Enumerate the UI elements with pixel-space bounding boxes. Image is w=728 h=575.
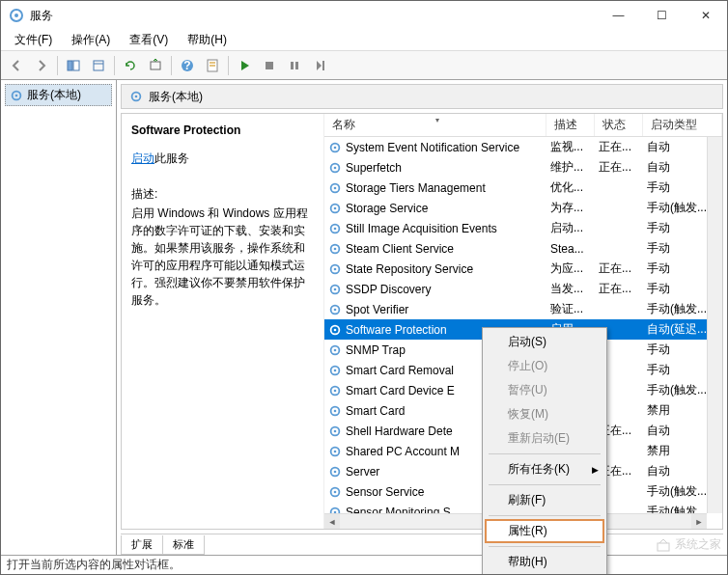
service-desc: 维护... xyxy=(546,159,595,176)
svg-point-51 xyxy=(334,450,337,452)
service-status: 正在... xyxy=(595,139,643,155)
context-start[interactable]: 启动(S) xyxy=(485,330,604,354)
gear-icon xyxy=(328,384,342,397)
statusbar-text: 打开当前所选内容的属性对话框。 xyxy=(7,557,181,573)
gear-icon xyxy=(328,465,342,479)
export-button[interactable] xyxy=(144,54,167,77)
column-startup-type[interactable]: 启动类型 xyxy=(643,114,722,136)
gear-icon xyxy=(328,161,342,175)
service-desc: 当发... xyxy=(546,281,595,297)
tree-pane: 服务(本地) xyxy=(1,80,117,555)
service-status: 正在... xyxy=(595,281,643,297)
gear-icon xyxy=(328,181,342,195)
table-row[interactable]: SSDP Discovery当发...正在...手动 xyxy=(324,279,722,299)
svg-point-27 xyxy=(334,206,337,209)
svg-point-37 xyxy=(334,308,337,311)
table-row[interactable]: System Event Notification Service监视...正在… xyxy=(324,137,722,157)
svg-point-19 xyxy=(135,96,138,98)
list-header: 名称▾ 描述 状态 启动类型 xyxy=(324,114,722,137)
service-desc: 为存... xyxy=(546,200,595,216)
column-description[interactable]: 描述 xyxy=(546,114,595,136)
description-text: 启用 Windows 和 Windows 应用程序的数字许可证的下载、安装和实施… xyxy=(131,205,314,309)
svg-point-39 xyxy=(334,328,337,331)
description-label: 描述: xyxy=(131,186,314,203)
service-name: Storage Service xyxy=(346,202,428,215)
svg-rect-3 xyxy=(73,61,79,70)
menu-view[interactable]: 查看(V) xyxy=(122,30,176,50)
tab-standard[interactable]: 标准 xyxy=(162,535,205,555)
menu-action[interactable]: 操作(A) xyxy=(64,30,118,50)
table-row[interactable]: Still Image Acquisition Events启动...手动 xyxy=(324,218,722,238)
watermark: 系统之家 xyxy=(656,536,721,553)
service-desc: 为应... xyxy=(546,260,595,277)
menu-file[interactable]: 文件(F) xyxy=(7,30,60,50)
svg-point-45 xyxy=(334,389,337,392)
refresh-button[interactable] xyxy=(119,54,142,77)
svg-rect-13 xyxy=(291,62,294,69)
selected-service-title: Software Protection xyxy=(131,123,314,137)
table-row[interactable]: Storage Service为存...手动(触发... xyxy=(324,198,722,218)
svg-point-25 xyxy=(334,186,337,189)
service-desc: Stea... xyxy=(546,242,595,256)
service-name: Shared PC Account M xyxy=(346,445,460,458)
svg-rect-6 xyxy=(151,62,160,69)
help-button[interactable]: ? xyxy=(176,54,199,77)
svg-point-53 xyxy=(334,470,337,473)
menu-help[interactable]: 帮助(H) xyxy=(180,30,235,50)
maximize-button[interactable]: ☐ xyxy=(640,1,684,30)
svg-rect-14 xyxy=(295,62,298,69)
menu-separator xyxy=(489,484,601,485)
watermark-text: 系统之家 xyxy=(675,536,721,553)
context-properties[interactable]: 属性(R) xyxy=(485,519,604,543)
context-stop: 停止(O) xyxy=(485,354,604,378)
start-service-button[interactable] xyxy=(233,54,256,77)
start-service-link[interactable]: 启动 xyxy=(131,151,154,165)
gear-icon xyxy=(328,343,342,357)
gear-icon xyxy=(328,404,342,418)
column-status[interactable]: 状态 xyxy=(595,114,643,136)
scroll-right-icon[interactable]: ► xyxy=(691,514,707,529)
show-hide-tree-button[interactable] xyxy=(62,54,85,77)
context-resume: 恢复(M) xyxy=(485,402,604,426)
context-restart: 重新启动(E) xyxy=(485,426,604,451)
scroll-left-icon[interactable]: ◄ xyxy=(324,514,340,529)
table-row[interactable]: Spot Verifier验证...手动(触发... xyxy=(324,299,722,319)
pane-header-title: 服务(本地) xyxy=(149,89,203,105)
svg-point-17 xyxy=(15,94,18,96)
properties-button[interactable] xyxy=(201,54,224,77)
toolbar: ? xyxy=(1,51,727,80)
service-status: 正在... xyxy=(595,159,643,176)
statusbar: 打开当前所选内容的属性对话框。 xyxy=(1,555,727,574)
svg-point-47 xyxy=(334,409,337,412)
table-row[interactable]: Steam Client ServiceStea...手动 xyxy=(324,238,722,259)
submenu-arrow-icon: ▶ xyxy=(592,465,599,475)
forward-button[interactable] xyxy=(30,54,53,77)
export-list-button[interactable] xyxy=(87,54,110,77)
close-button[interactable]: ✕ xyxy=(684,1,727,30)
back-button[interactable] xyxy=(5,54,28,77)
right-pane: 服务(本地) Software Protection 启动此服务 描述: 启用 … xyxy=(117,80,727,555)
service-name: Steam Client Service xyxy=(346,242,454,256)
svg-point-33 xyxy=(334,267,337,270)
gear-icon xyxy=(328,303,342,316)
tree-root-services[interactable]: 服务(本地) xyxy=(5,84,112,106)
column-name[interactable]: 名称▾ xyxy=(324,114,546,136)
table-row[interactable]: Superfetch维护...正在...自动 xyxy=(324,157,722,178)
titlebar: 服务 — ☐ ✕ xyxy=(1,1,727,30)
context-all-tasks[interactable]: 所有任务(K)▶ xyxy=(485,457,604,481)
minimize-button[interactable]: — xyxy=(597,1,640,30)
service-name: Server xyxy=(346,465,379,479)
service-desc: 监视... xyxy=(546,139,595,155)
table-row[interactable]: State Repository Service为应...正在...手动 xyxy=(324,259,722,279)
context-help[interactable]: 帮助(H) xyxy=(485,550,604,574)
service-name: Smart Card Device E xyxy=(346,384,455,397)
service-name: Storage Tiers Management xyxy=(346,181,486,195)
gear-icon xyxy=(328,242,342,256)
svg-rect-2 xyxy=(68,61,72,70)
vertical-scrollbar[interactable] xyxy=(707,137,722,513)
table-row[interactable]: Storage Tiers Management优化...手动 xyxy=(324,178,722,198)
tab-extended[interactable]: 扩展 xyxy=(121,535,163,555)
svg-point-49 xyxy=(334,429,337,432)
context-refresh[interactable]: 刷新(F) xyxy=(485,488,604,512)
service-name: Shell Hardware Dete xyxy=(346,424,453,438)
